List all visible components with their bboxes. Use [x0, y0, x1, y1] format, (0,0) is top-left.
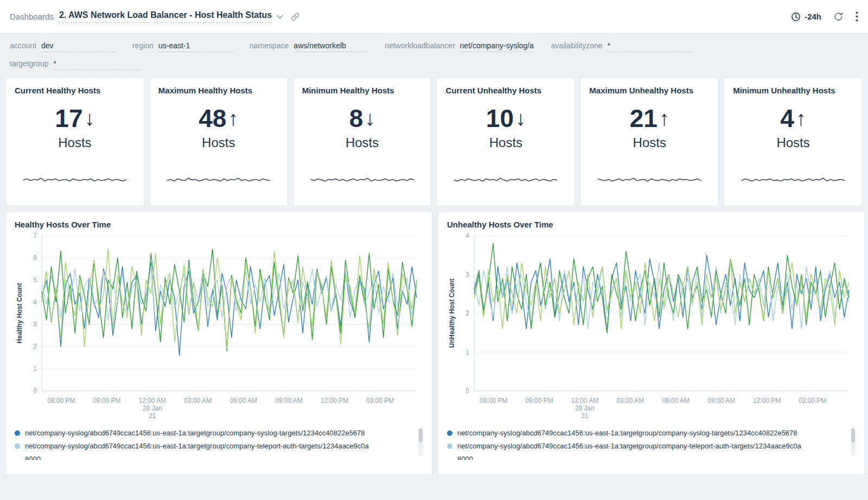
stat-unit: Hosts: [776, 135, 809, 150]
chart-title: Healthy Hosts Over Time: [15, 220, 423, 229]
scrollbar-thumb[interactable]: [419, 428, 423, 442]
svg-text:12:00 AM: 12:00 AM: [571, 397, 598, 404]
stat-title: Maximum Unhealthy Hosts: [589, 86, 710, 95]
svg-text:4: 4: [465, 232, 469, 239]
trend-up-arrow-icon: ↑: [796, 108, 806, 129]
stat-title: Current Healthy Hosts: [15, 86, 135, 95]
time-range-selector[interactable]: -24h: [791, 12, 821, 22]
filter-label: targetgroup: [10, 59, 49, 68]
stat-title: Minimum Unhealthy Hosts: [733, 86, 853, 95]
stat-value: 17↓: [55, 106, 94, 131]
chart-panel-healthy-hosts-over-time: Healthy Hosts Over Time0123456706:00 PM0…: [5, 212, 432, 475]
charts-row: Healthy Hosts Over Time0123456706:00 PM0…: [5, 212, 863, 475]
stat-title: Minimum Healthy Hosts: [302, 86, 423, 95]
stat-number: 21: [630, 106, 658, 131]
sparkline: [742, 175, 845, 186]
svg-text:7: 7: [33, 232, 37, 239]
time-range-label: -24h: [805, 12, 821, 21]
svg-text:09:00 PM: 09:00 PM: [525, 397, 553, 404]
filter-value-targetgroup[interactable]: *: [54, 59, 139, 70]
legend-item[interactable]: net/company-syslog/abcd6749ccac1456:us-e…: [447, 427, 846, 440]
stat-panel-current-unhealthy-hosts: Current Unhealthy Hosts10↓Hosts: [436, 78, 575, 206]
svg-text:12:00 PM: 12:00 PM: [753, 397, 781, 404]
filter-row-1: accountdevregionus-east-1namespaceaws/ne…: [10, 41, 858, 52]
svg-text:09:00 PM: 09:00 PM: [93, 397, 120, 404]
svg-text:1: 1: [33, 365, 37, 372]
filter-availabilityzone: availabilityzone*: [551, 41, 693, 52]
chart-panel-unhealthy-hosts-over-time: Unhealthy Hosts Over Time0123406:00 PM09…: [438, 212, 865, 475]
stat-center: 21↑Hosts: [589, 106, 710, 150]
filter-label: region: [132, 41, 154, 50]
svg-text:1: 1: [465, 349, 469, 356]
svg-text:0: 0: [33, 387, 37, 395]
stat-number: 48: [199, 106, 226, 131]
legend-item[interactable]: net/company-syslog/abcd6749ccac1456:us-e…: [15, 427, 413, 440]
stat-unit: Hosts: [202, 135, 235, 150]
top-bar-controls: -24h: [791, 11, 858, 22]
trend-down-arrow-icon: ↓: [85, 108, 95, 129]
filter-value-namespace[interactable]: aws/networkelb: [293, 41, 368, 52]
stat-panels-row: Current Healthy Hosts17↓HostsMaximum Hea…: [5, 78, 863, 206]
chevron-down-icon[interactable]: [277, 15, 283, 19]
scrollbar-thumb[interactable]: [851, 428, 855, 442]
sparkline: [598, 175, 701, 186]
legend-scrollbar[interactable]: [418, 428, 423, 456]
svg-text:09:00 AM: 09:00 AM: [275, 397, 303, 404]
svg-text:06:00 PM: 06:00 PM: [480, 397, 507, 404]
stat-unit: Hosts: [489, 135, 522, 150]
dashboard-content: Current Healthy Hosts17↓HostsMaximum Hea…: [0, 78, 868, 480]
svg-text:03:00 PM: 03:00 PM: [799, 397, 826, 404]
svg-text:03:00 PM: 03:00 PM: [366, 397, 394, 404]
trend-up-arrow-icon: ↑: [228, 108, 238, 129]
stat-panel-maximum-healthy-hosts: Maximum Healthy Hosts48↑Hosts: [149, 78, 288, 206]
stat-panel-current-healthy-hosts: Current Healthy Hosts17↓Hosts: [5, 78, 144, 206]
svg-text:12:00 PM: 12:00 PM: [321, 397, 348, 404]
legend-item[interactable]: net/company-syslog/abcd6749ccac1456:us-e…: [15, 440, 413, 460]
trend-up-arrow-icon: ↑: [659, 108, 669, 129]
stat-center: 8↓Hosts: [302, 106, 423, 150]
dashboard-title-dropdown[interactable]: 2. AWS Network Load Balancer - Host Heal…: [59, 10, 300, 23]
stat-number: 17: [55, 106, 82, 131]
legend-item[interactable]: net/company-syslog/abcd6749ccac1456:us-e…: [447, 440, 846, 460]
svg-text:03:00 AM: 03:00 AM: [184, 397, 212, 404]
trend-down-arrow-icon: ↓: [515, 108, 526, 129]
filter-value-availabilityzone[interactable]: *: [608, 41, 693, 52]
stat-panel-maximum-unhealthy-hosts: Maximum Unhealthy Hosts21↑Hosts: [580, 78, 719, 206]
stat-center: 48↑Hosts: [158, 106, 279, 150]
filter-account: accountdev: [10, 41, 116, 52]
svg-text:3: 3: [33, 320, 37, 328]
legend-dot: [15, 431, 20, 436]
refresh-icon[interactable]: [833, 11, 844, 22]
sparkline: [454, 175, 557, 186]
legend-scrollbar[interactable]: [851, 428, 856, 456]
stat-panel-minimum-healthy-hosts: Minimum Healthy Hosts8↓Hosts: [293, 78, 432, 206]
filter-value-account[interactable]: dev: [41, 41, 116, 52]
legend-label: net/company-syslog/abcd6749ccac1456:us-e…: [25, 440, 372, 460]
stat-value: 10↓: [486, 106, 526, 131]
svg-text:UnHealthy Host Count: UnHealthy Host Count: [448, 279, 456, 347]
filter-networkloadbalancer: networkloadbalancernet/company-syslog/a: [385, 41, 534, 52]
kebab-menu-icon[interactable]: [856, 11, 858, 22]
svg-text:6: 6: [33, 254, 37, 262]
legend-dot: [15, 444, 20, 449]
stat-panel-minimum-unhealthy-hosts: Minimum Unhealthy Hosts4↑Hosts: [724, 78, 863, 206]
stat-title: Current Unhealthy Hosts: [445, 86, 566, 95]
filter-value-region[interactable]: us-east-1: [158, 41, 233, 52]
svg-text:21: 21: [581, 412, 589, 420]
breadcrumb[interactable]: Dashboards: [10, 12, 54, 21]
filter-label: account: [10, 41, 36, 50]
stat-value: 8↓: [349, 106, 375, 131]
legend-label: net/company-syslog/abcd6749ccac1456:us-e…: [457, 440, 805, 460]
svg-text:06:00 AM: 06:00 AM: [662, 397, 690, 404]
chart-legend: net/company-syslog/abcd6749ccac1456:us-e…: [447, 427, 856, 460]
filter-value-networkloadbalancer[interactable]: net/company-syslog/a: [460, 41, 535, 52]
svg-text:Healthy Host Count: Healthy Host Count: [16, 283, 23, 343]
svg-text:3: 3: [465, 271, 469, 279]
svg-text:5: 5: [33, 276, 37, 284]
svg-text:21: 21: [149, 412, 156, 420]
stat-number: 4: [780, 106, 794, 131]
link-icon[interactable]: [290, 12, 300, 22]
filter-targetgroup: targetgroup*: [10, 59, 139, 70]
legend-label: net/company-syslog/abcd6749ccac1456:us-e…: [457, 427, 797, 440]
page-title[interactable]: 2. AWS Network Load Balancer - Host Heal…: [59, 10, 272, 23]
